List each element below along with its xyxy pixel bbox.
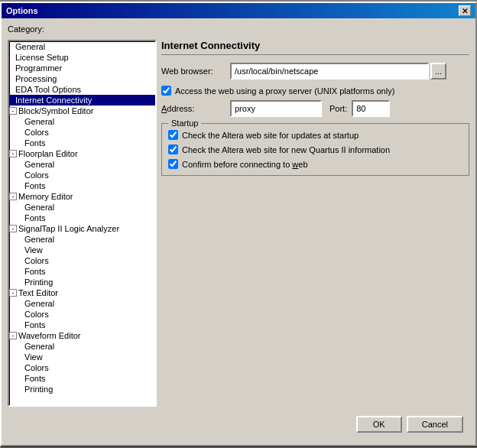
- port-label: Port:: [329, 104, 347, 113]
- startup-check1-row: Check the Altera web site for updates at…: [168, 130, 462, 140]
- startup-check2-row: Check the Altera web site for new Quartu…: [168, 144, 462, 154]
- tree-item-programmer[interactable]: Programmer: [9, 63, 155, 73]
- startup-check3-row: Confirm before connecting to web: [168, 159, 462, 169]
- tree-item-signaltap[interactable]: - SignalTap II Logic Analyzer: [9, 223, 155, 234]
- title-bar: Options ✕: [2, 3, 475, 18]
- tree-item-memory-editor[interactable]: - Memory Editor: [9, 191, 155, 202]
- tree-item-me-general[interactable]: General: [9, 202, 155, 213]
- startup-checkbox-3[interactable]: [168, 159, 178, 169]
- dialog-title: Options: [6, 6, 38, 15]
- tree-item-te-fonts[interactable]: Fonts: [9, 320, 155, 330]
- tree-item-te-general[interactable]: General: [9, 298, 155, 309]
- options-dialog: Options ✕ Category: General License Setu…: [0, 2, 477, 446]
- tree-item-fp-colors[interactable]: Colors: [9, 170, 155, 180]
- tree-item-label: View: [24, 245, 43, 255]
- tree-item-label: Fonts: [24, 181, 46, 190]
- address-input[interactable]: [230, 100, 322, 117]
- tree-item-label: General: [24, 160, 54, 169]
- tree-item-we-view[interactable]: View: [9, 352, 155, 362]
- tree-item-we-general[interactable]: General: [9, 341, 155, 352]
- tree-item-st-printing[interactable]: Printing: [9, 277, 155, 287]
- tree-item-label: General: [24, 299, 54, 308]
- tree-item-label: Memory Editor: [18, 192, 73, 201]
- tree-item-floorplan-editor[interactable]: - Floorplan Editor: [9, 148, 155, 159]
- tree-item-label: EDA Tool Options: [15, 85, 81, 94]
- dialog-footer: OK Cancel: [8, 411, 469, 439]
- tree-item-fp-general[interactable]: General: [9, 159, 155, 170]
- dialog-body: Category: General License Setup Programm…: [2, 18, 475, 445]
- tree-item-label: Colors: [24, 363, 49, 372]
- tree-item-st-general[interactable]: General: [9, 234, 155, 245]
- category-label: Category:: [8, 24, 469, 34]
- tree-item-te-colors[interactable]: Colors: [9, 309, 155, 320]
- web-browser-input[interactable]: [230, 63, 429, 80]
- web-browser-label: Web browser:: [161, 67, 230, 76]
- section-title: Internet Connectivity: [161, 40, 469, 55]
- tree-item-we-fonts[interactable]: Fonts: [9, 373, 155, 384]
- tree-item-bs-general[interactable]: General: [9, 116, 155, 127]
- tree-item-processing[interactable]: Processing: [9, 73, 155, 84]
- tree-item-label: General: [24, 235, 54, 244]
- port-input[interactable]: [352, 100, 390, 117]
- tree-item-label: Block/Symbol Editor: [18, 106, 93, 115]
- tree-item-label: General: [24, 342, 54, 351]
- tree-item-bs-colors[interactable]: Colors: [9, 127, 155, 138]
- tree-item-label: Programmer: [15, 63, 62, 73]
- tree-item-we-printing[interactable]: Printing: [9, 384, 155, 394]
- tree-item-label: Processing: [15, 74, 57, 83]
- expander-icon[interactable]: -: [9, 150, 17, 157]
- tree-item-label: Printing: [24, 385, 53, 394]
- cancel-button[interactable]: Cancel: [407, 416, 463, 433]
- expander-icon[interactable]: -: [9, 225, 17, 232]
- proxy-checkbox[interactable]: [161, 86, 171, 96]
- tree-item-me-fonts[interactable]: Fonts: [9, 213, 155, 223]
- web-browser-row: Web browser: ...: [161, 63, 469, 80]
- address-port-row: Address: Port:: [161, 100, 469, 117]
- proxy-checkbox-row: Access the web using a proxy server (UNI…: [161, 86, 469, 96]
- tree-item-general[interactable]: General: [9, 41, 155, 52]
- expander-icon[interactable]: -: [9, 193, 17, 200]
- category-tree[interactable]: General License Setup Programmer Process…: [8, 40, 157, 407]
- proxy-checkbox-label: Access the web using a proxy server (UNI…: [175, 86, 394, 96]
- tree-item-eda-tool-options[interactable]: EDA Tool Options: [9, 84, 155, 95]
- startup-checkbox-2[interactable]: [168, 144, 178, 154]
- main-area: General License Setup Programmer Process…: [8, 40, 469, 407]
- tree-item-bs-fonts[interactable]: Fonts: [9, 138, 155, 148]
- tree-item-label: Internet Connectivity: [15, 96, 92, 105]
- address-label: Address:: [161, 104, 230, 113]
- startup-checkbox-1[interactable]: [168, 130, 178, 140]
- tree-item-fp-fonts[interactable]: Fonts: [9, 180, 155, 191]
- tree-item-text-editor[interactable]: - Text Editor: [9, 287, 155, 298]
- startup-group: Startup Check the Altera web site for up…: [161, 123, 469, 176]
- expander-icon[interactable]: -: [9, 107, 17, 115]
- tree-item-st-view[interactable]: View: [9, 245, 155, 255]
- tree-item-license-setup[interactable]: License Setup: [9, 52, 155, 63]
- expander-icon[interactable]: -: [9, 289, 17, 297]
- tree-item-label: License Setup: [15, 53, 69, 62]
- tree-item-label: SignalTap II Logic Analyzer: [18, 224, 119, 233]
- ok-button[interactable]: OK: [356, 416, 402, 433]
- tree-item-st-colors[interactable]: Colors: [9, 255, 155, 266]
- tree-item-internet-connectivity[interactable]: Internet Connectivity: [9, 95, 155, 106]
- tree-item-block-symbol-editor[interactable]: - Block/Symbol Editor: [9, 106, 155, 116]
- browse-button[interactable]: ...: [430, 63, 446, 80]
- tree-item-label: Text Editor: [18, 288, 58, 297]
- tree-item-label: Fonts: [24, 213, 46, 222]
- tree-item-label: Floorplan Editor: [18, 149, 78, 158]
- tree-item-st-fonts[interactable]: Fonts: [9, 266, 155, 277]
- startup-legend: Startup: [168, 118, 201, 128]
- tree-item-label: Colors: [24, 310, 49, 319]
- tree-item-waveform-editor[interactable]: - Waveform Editor: [9, 330, 155, 341]
- tree-item-label: Fonts: [24, 267, 46, 276]
- expander-icon[interactable]: -: [9, 332, 17, 339]
- close-button[interactable]: ✕: [459, 5, 471, 16]
- tree-scroll[interactable]: General License Setup Programmer Process…: [9, 41, 155, 405]
- startup-check2-label: Check the Altera web site for new Quartu…: [182, 145, 390, 154]
- tree-item-label: View: [24, 352, 43, 362]
- tree-item-we-colors[interactable]: Colors: [9, 362, 155, 373]
- tree-item-label: General: [15, 42, 45, 51]
- tree-item-label: Colors: [24, 256, 49, 265]
- tree-item-label: Fonts: [24, 320, 46, 330]
- tree-item-label: General: [24, 203, 54, 212]
- startup-check3-label: Confirm before connecting to web: [182, 160, 308, 169]
